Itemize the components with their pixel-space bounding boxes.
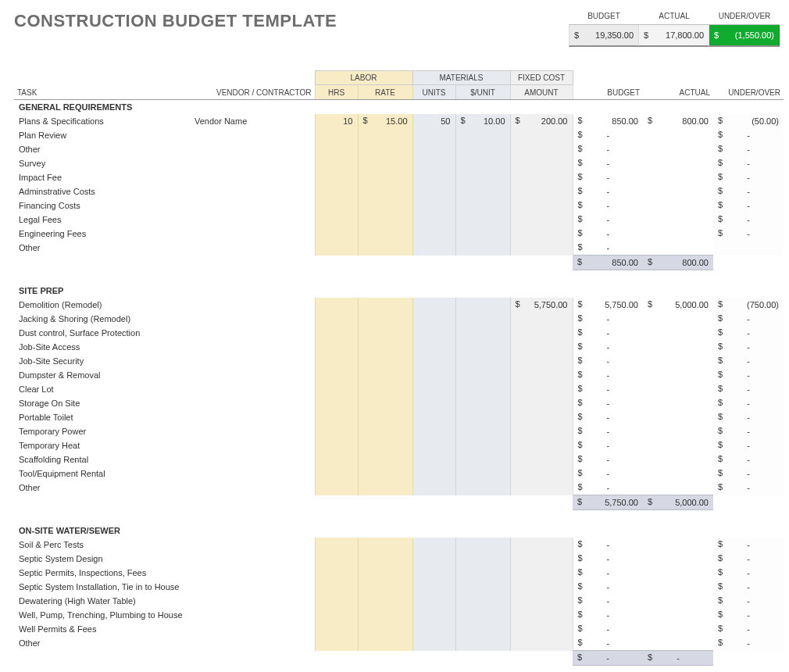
table-row[interactable]: Temporary Power$-$- <box>14 424 784 438</box>
amount-cell[interactable] <box>510 594 573 608</box>
punit-cell[interactable] <box>455 142 510 156</box>
under-cell[interactable]: $- <box>713 213 784 227</box>
amount-cell[interactable] <box>510 382 573 396</box>
table-row[interactable]: Survey$-$- <box>14 156 784 170</box>
under-cell[interactable]: $- <box>713 198 784 213</box>
hrs-cell[interactable] <box>315 241 358 256</box>
hrs-cell[interactable] <box>315 340 358 354</box>
under-cell[interactable]: $- <box>713 608 784 622</box>
hrs-cell[interactable] <box>315 636 358 651</box>
rate-cell[interactable] <box>358 594 412 608</box>
hrs-cell[interactable] <box>315 438 358 452</box>
hrs-cell[interactable] <box>315 481 358 495</box>
table-row[interactable]: Septic System Design$-$- <box>14 552 784 566</box>
actual-cell[interactable] <box>643 622 713 636</box>
table-row[interactable]: Dumpster & Removal$-$- <box>14 368 784 382</box>
under-cell[interactable]: $- <box>713 466 784 481</box>
amount-cell[interactable] <box>510 156 573 170</box>
vendor-cell[interactable] <box>190 410 315 424</box>
task-cell[interactable]: Job-Site Security <box>14 354 190 368</box>
rate-cell[interactable] <box>358 340 412 354</box>
budget-cell[interactable]: $- <box>573 622 643 636</box>
hrs-cell[interactable] <box>315 552 358 566</box>
summary-actual-cell[interactable]: $ 17,800.00 <box>639 25 709 47</box>
actual-cell[interactable] <box>643 566 713 580</box>
vendor-cell[interactable]: Vendor Name <box>190 114 315 128</box>
actual-cell[interactable] <box>643 608 713 622</box>
actual-cell[interactable] <box>643 184 713 198</box>
under-cell[interactable]: $- <box>713 538 784 552</box>
hrs-cell[interactable] <box>315 213 358 227</box>
task-cell[interactable]: Legal Fees <box>14 213 190 227</box>
vendor-cell[interactable] <box>190 213 315 227</box>
rate-cell[interactable] <box>358 298 412 312</box>
units-cell[interactable] <box>412 580 455 594</box>
units-cell[interactable] <box>412 594 455 608</box>
table-row[interactable]: Plans & SpecificationsVendor Name10$15.0… <box>14 114 784 128</box>
task-cell[interactable]: Other <box>14 481 190 495</box>
budget-cell[interactable]: $- <box>573 566 643 580</box>
hrs-cell[interactable] <box>315 452 358 466</box>
task-cell[interactable]: Temporary Heat <box>14 438 190 452</box>
summary-under-cell[interactable]: $ (1,550.00) <box>709 25 780 47</box>
task-cell[interactable]: Well, Pump, Trenching, Plumbing to House <box>14 608 190 622</box>
units-cell[interactable] <box>412 382 455 396</box>
hrs-cell[interactable] <box>315 580 358 594</box>
punit-cell[interactable] <box>455 227 510 241</box>
actual-cell[interactable] <box>643 368 713 382</box>
hrs-cell[interactable] <box>315 156 358 170</box>
hrs-cell[interactable] <box>315 184 358 198</box>
vendor-cell[interactable] <box>190 580 315 594</box>
budget-cell[interactable]: $- <box>573 580 643 594</box>
vendor-cell[interactable] <box>190 326 315 340</box>
table-row[interactable]: Other$- <box>14 241 784 256</box>
amount-cell[interactable] <box>510 481 573 495</box>
budget-cell[interactable]: $- <box>573 466 643 481</box>
units-cell[interactable] <box>412 424 455 438</box>
punit-cell[interactable] <box>455 438 510 452</box>
rate-cell[interactable] <box>358 213 412 227</box>
actual-cell[interactable]: $800.00 <box>643 114 713 128</box>
budget-cell[interactable]: $- <box>573 170 643 184</box>
task-cell[interactable]: Jacking & Shoring (Remodel) <box>14 312 190 326</box>
units-cell[interactable] <box>412 608 455 622</box>
budget-cell[interactable]: $- <box>573 410 643 424</box>
punit-cell[interactable] <box>455 340 510 354</box>
amount-cell[interactable] <box>510 452 573 466</box>
units-cell[interactable] <box>412 566 455 580</box>
under-cell[interactable]: $(750.00) <box>713 298 784 312</box>
table-row[interactable]: Septic Permits, Inspections, Fees$-$- <box>14 566 784 580</box>
amount-cell[interactable]: $200.00 <box>510 114 573 128</box>
rate-cell[interactable] <box>358 156 412 170</box>
hrs-cell[interactable] <box>315 128 358 142</box>
rate-cell[interactable] <box>358 438 412 452</box>
under-cell[interactable] <box>713 241 784 256</box>
table-row[interactable]: Plan Review$-$- <box>14 128 784 142</box>
actual-cell[interactable] <box>643 227 713 241</box>
punit-cell[interactable] <box>455 213 510 227</box>
vendor-cell[interactable] <box>190 636 315 651</box>
punit-cell[interactable] <box>455 170 510 184</box>
units-cell[interactable]: 50 <box>412 114 455 128</box>
amount-cell[interactable] <box>510 241 573 256</box>
actual-cell[interactable] <box>643 354 713 368</box>
punit-cell[interactable] <box>455 538 510 552</box>
task-cell[interactable]: Dust control, Surface Protection <box>14 326 190 340</box>
units-cell[interactable] <box>412 184 455 198</box>
amount-cell[interactable] <box>510 608 573 622</box>
budget-cell[interactable]: $- <box>573 538 643 552</box>
budget-cell[interactable]: $5,750.00 <box>573 298 643 312</box>
units-cell[interactable] <box>412 128 455 142</box>
actual-cell[interactable] <box>643 452 713 466</box>
under-cell[interactable]: $- <box>713 142 784 156</box>
rate-cell[interactable] <box>358 608 412 622</box>
vendor-cell[interactable] <box>190 298 315 312</box>
amount-cell[interactable]: $5,750.00 <box>510 298 573 312</box>
task-cell[interactable]: Other <box>14 142 190 156</box>
hrs-cell[interactable] <box>315 170 358 184</box>
under-cell[interactable]: $- <box>713 156 784 170</box>
amount-cell[interactable] <box>510 340 573 354</box>
budget-cell[interactable]: $- <box>573 594 643 608</box>
units-cell[interactable] <box>412 354 455 368</box>
table-row[interactable]: Scaffolding Rental$-$- <box>14 452 784 466</box>
